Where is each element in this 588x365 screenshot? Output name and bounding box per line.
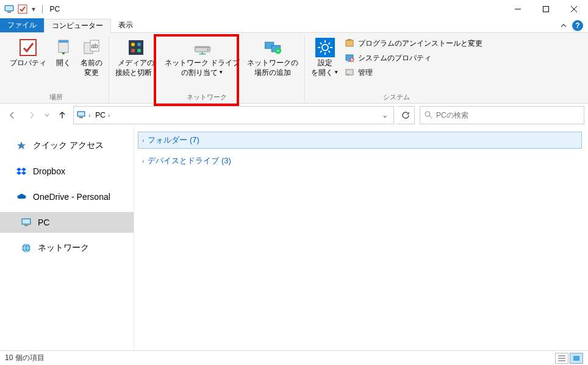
svg-rect-49 <box>24 225 28 226</box>
uninstall-programs-button[interactable]: プログラムのアンインストールと変更 <box>345 37 482 50</box>
manage-icon <box>345 68 354 77</box>
rename-icon: ab <box>82 38 101 57</box>
up-button[interactable] <box>54 107 71 124</box>
svg-point-18 <box>137 49 141 52</box>
dropbox-icon <box>16 166 27 177</box>
titlebar-separator: │ <box>40 5 45 13</box>
add-network-location-button[interactable]: + ネットワークの 場所の追加 <box>243 35 302 77</box>
properties-icon <box>18 38 38 57</box>
address-bar[interactable]: › PC › ⌄ <box>73 106 394 124</box>
svg-rect-14 <box>129 40 143 55</box>
svg-rect-48 <box>23 219 30 224</box>
svg-point-45 <box>425 112 430 116</box>
svg-point-16 <box>137 43 141 46</box>
svg-text:ab: ab <box>91 43 98 49</box>
navigation-bar: › PC › ⌄ <box>0 104 588 127</box>
media-icon <box>126 38 146 57</box>
open-settings-button[interactable]: 設定 を開く▼ <box>307 35 342 77</box>
address-dropdown-icon[interactable]: ⌄ <box>379 111 391 119</box>
svg-point-17 <box>131 49 135 52</box>
svg-point-21 <box>207 49 209 51</box>
chevron-right-icon: › <box>142 137 144 144</box>
help-icon[interactable]: ? <box>572 20 583 31</box>
search-input[interactable] <box>436 111 580 119</box>
breadcrumb-pc[interactable]: PC › <box>93 111 112 119</box>
ribbon-group-network: メディアの 接続と切断▼ ネットワーク ドライブ の割り当て▼ + ネットワーク… <box>109 35 305 103</box>
svg-rect-10 <box>59 40 68 43</box>
sidebar-item-network[interactable]: ネットワーク <box>0 238 134 258</box>
svg-rect-8 <box>20 40 36 55</box>
tab-computer[interactable]: コンピューター <box>44 19 111 33</box>
group-folders[interactable]: › フォルダー (7) <box>138 132 582 149</box>
sidebar-item-onedrive[interactable]: OneDrive - Personal <box>0 186 134 207</box>
network-icon <box>21 243 32 253</box>
network-drive-icon <box>193 38 212 57</box>
tab-view[interactable]: 表示 <box>111 18 140 32</box>
properties-button[interactable]: プロパティ <box>6 35 50 68</box>
svg-point-15 <box>131 43 135 46</box>
content-pane: › フォルダー (7) › デバイスとドライブ (3) <box>134 127 588 350</box>
onedrive-icon <box>16 191 27 202</box>
status-item-count: 10 個の項目 <box>5 353 45 363</box>
sidebar-item-dropbox[interactable]: Dropbox <box>0 161 134 182</box>
open-button[interactable]: 開く <box>50 35 77 68</box>
window-title: PC <box>50 5 60 13</box>
svg-rect-54 <box>573 356 579 361</box>
network-location-icon: + <box>263 38 282 57</box>
system-properties-button[interactable]: システムのプロパティ <box>345 51 482 65</box>
map-network-drive-button[interactable]: ネットワーク ドライブ の割り当て▼ <box>161 35 243 77</box>
properties-qat-icon[interactable] <box>17 4 28 15</box>
collapse-ribbon-icon[interactable] <box>560 22 567 29</box>
chevron-right-icon: › <box>142 158 144 165</box>
minimize-button[interactable] <box>504 0 532 18</box>
manage-button[interactable]: 管理 <box>345 66 482 79</box>
svg-rect-37 <box>348 39 351 41</box>
maximize-button[interactable] <box>532 0 560 18</box>
system-props-icon <box>345 53 354 63</box>
pc-crumb-icon <box>76 110 86 121</box>
star-icon <box>16 140 27 151</box>
media-connect-button[interactable]: メディアの 接続と切断▼ <box>112 35 161 77</box>
svg-rect-2 <box>7 12 11 13</box>
svg-rect-1 <box>5 6 13 10</box>
chevron-right-icon[interactable]: › <box>88 112 90 119</box>
svg-line-46 <box>429 116 432 118</box>
sidebar-item-pc[interactable]: PC <box>0 212 134 233</box>
sidebar-item-quickaccess[interactable]: クイック アクセス <box>0 135 134 156</box>
svg-rect-44 <box>79 117 83 118</box>
titlebar: ▾ │ PC <box>0 0 588 18</box>
ribbon-group-location: プロパティ 開く ab 名前の 変更 場所 <box>4 35 109 103</box>
ribbon: プロパティ 開く ab 名前の 変更 場所 メディアの <box>0 33 588 104</box>
rename-button[interactable]: ab 名前の 変更 <box>77 35 106 77</box>
back-button[interactable] <box>4 107 21 124</box>
status-bar: 10 個の項目 <box>0 350 588 365</box>
navigation-pane: クイック アクセス Dropbox OneDrive - Personal PC… <box>0 127 134 350</box>
gear-icon <box>315 38 335 57</box>
close-button[interactable] <box>560 0 588 18</box>
svg-rect-36 <box>346 40 353 46</box>
pc-nav-icon <box>21 217 32 228</box>
qat-dropdown-icon[interactable]: ▾ <box>30 4 37 15</box>
ribbon-tabs: ファイル コンピューター 表示 ? <box>0 18 588 33</box>
search-box[interactable] <box>420 106 584 124</box>
svg-rect-20 <box>195 46 210 48</box>
svg-rect-5 <box>543 7 549 12</box>
refresh-button[interactable] <box>396 106 415 124</box>
recent-dropdown[interactable] <box>43 107 51 124</box>
pc-icon <box>4 4 15 15</box>
open-icon <box>54 38 73 57</box>
view-details-button[interactable] <box>555 353 568 364</box>
group-devices[interactable]: › デバイスとドライブ (3) <box>138 152 582 169</box>
svg-text:+: + <box>277 48 280 54</box>
svg-rect-41 <box>346 69 353 75</box>
search-icon <box>424 110 432 121</box>
uninstall-icon <box>345 38 354 48</box>
tab-file[interactable]: ファイル <box>0 18 44 32</box>
ribbon-group-system: 設定 を開く▼ プログラムのアンインストールと変更 システムのプロパティ 管理 … <box>305 35 487 103</box>
svg-rect-43 <box>78 112 84 116</box>
forward-button[interactable] <box>23 107 40 124</box>
view-large-icons-button[interactable] <box>570 353 583 364</box>
